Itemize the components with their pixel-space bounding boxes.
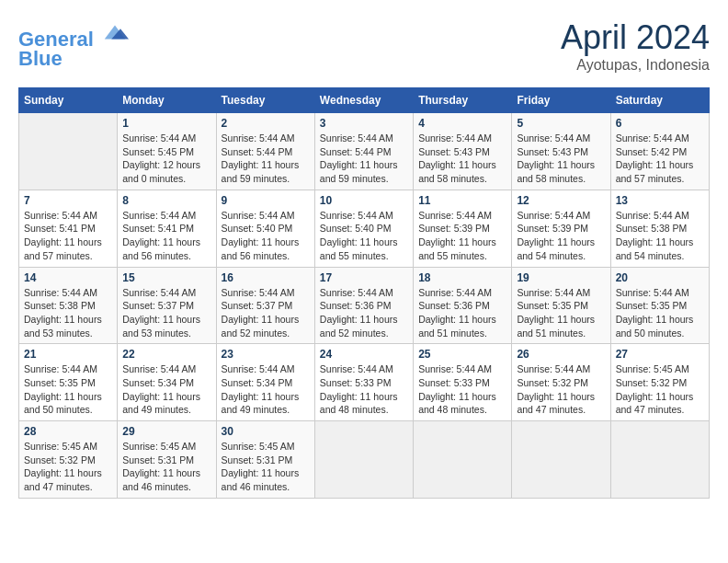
day-info: Sunrise: 5:44 AM Sunset: 5:41 PM Dayligh… (122, 209, 210, 263)
calendar-cell: 24Sunrise: 5:44 AM Sunset: 5:33 PM Dayli… (314, 344, 413, 421)
day-info: Sunrise: 5:44 AM Sunset: 5:44 PM Dayligh… (320, 132, 408, 186)
day-info: Sunrise: 5:44 AM Sunset: 5:41 PM Dayligh… (24, 209, 112, 263)
calendar-cell: 5Sunrise: 5:44 AM Sunset: 5:43 PM Daylig… (512, 113, 610, 190)
calendar-cell (19, 113, 118, 190)
day-info: Sunrise: 5:44 AM Sunset: 5:38 PM Dayligh… (24, 286, 112, 340)
calendar-cell: 20Sunrise: 5:44 AM Sunset: 5:35 PM Dayli… (610, 267, 709, 344)
day-info: Sunrise: 5:45 AM Sunset: 5:32 PM Dayligh… (616, 362, 704, 417)
calendar-cell: 15Sunrise: 5:44 AM Sunset: 5:37 PM Dayli… (118, 267, 216, 344)
day-number: 8 (122, 194, 210, 207)
day-number: 15 (122, 271, 210, 284)
calendar-cell: 4Sunrise: 5:44 AM Sunset: 5:43 PM Daylig… (414, 113, 512, 190)
calendar-cell: 14Sunrise: 5:44 AM Sunset: 5:38 PM Dayli… (19, 267, 118, 344)
day-info: Sunrise: 5:44 AM Sunset: 5:36 PM Dayligh… (418, 286, 506, 340)
calendar-week-row: 21Sunrise: 5:44 AM Sunset: 5:35 PM Dayli… (19, 344, 710, 421)
calendar-cell: 6Sunrise: 5:44 AM Sunset: 5:42 PM Daylig… (610, 113, 709, 190)
day-number: 1 (122, 117, 210, 130)
calendar-week-row: 14Sunrise: 5:44 AM Sunset: 5:38 PM Dayli… (19, 267, 710, 344)
day-number: 11 (418, 194, 506, 207)
day-number: 23 (222, 348, 310, 361)
day-number: 28 (24, 425, 112, 438)
calendar-cell: 21Sunrise: 5:44 AM Sunset: 5:35 PM Dayli… (19, 344, 118, 421)
weekday-header: Tuesday (216, 88, 314, 113)
day-number: 7 (24, 194, 112, 207)
day-number: 24 (320, 348, 408, 361)
day-number: 29 (122, 425, 210, 438)
day-info: Sunrise: 5:44 AM Sunset: 5:42 PM Dayligh… (616, 132, 704, 186)
day-number: 4 (418, 117, 506, 130)
day-info: Sunrise: 5:44 AM Sunset: 5:32 PM Dayligh… (517, 362, 605, 417)
day-number: 20 (616, 271, 704, 284)
day-info: Sunrise: 5:44 AM Sunset: 5:35 PM Dayligh… (517, 286, 605, 340)
calendar-cell: 22Sunrise: 5:44 AM Sunset: 5:34 PM Dayli… (118, 344, 216, 421)
calendar-cell: 23Sunrise: 5:44 AM Sunset: 5:34 PM Dayli… (216, 344, 314, 421)
calendar-cell (512, 421, 610, 499)
weekday-header: Friday (512, 88, 610, 113)
calendar-cell: 13Sunrise: 5:44 AM Sunset: 5:38 PM Dayli… (610, 190, 709, 267)
day-info: Sunrise: 5:45 AM Sunset: 5:31 PM Dayligh… (122, 440, 210, 494)
day-info: Sunrise: 5:44 AM Sunset: 5:45 PM Dayligh… (122, 132, 210, 186)
day-number: 18 (418, 271, 506, 284)
day-info: Sunrise: 5:45 AM Sunset: 5:32 PM Dayligh… (24, 440, 112, 494)
month-title: April 2024 (561, 18, 710, 57)
day-number: 25 (418, 348, 506, 361)
logo-icon (101, 18, 129, 46)
day-info: Sunrise: 5:44 AM Sunset: 5:34 PM Dayligh… (122, 362, 210, 417)
day-info: Sunrise: 5:44 AM Sunset: 5:37 PM Dayligh… (222, 286, 310, 340)
day-number: 13 (616, 194, 704, 207)
calendar-cell: 8Sunrise: 5:44 AM Sunset: 5:41 PM Daylig… (118, 190, 216, 267)
day-number: 30 (222, 425, 310, 438)
day-number: 26 (517, 348, 605, 361)
logo: General Blue (18, 18, 129, 71)
day-info: Sunrise: 5:44 AM Sunset: 5:35 PM Dayligh… (616, 286, 704, 340)
calendar-cell: 25Sunrise: 5:44 AM Sunset: 5:33 PM Dayli… (414, 344, 512, 421)
calendar-cell: 30Sunrise: 5:45 AM Sunset: 5:31 PM Dayli… (216, 421, 314, 499)
day-number: 3 (320, 117, 408, 130)
day-info: Sunrise: 5:44 AM Sunset: 5:35 PM Dayligh… (24, 362, 112, 417)
day-info: Sunrise: 5:44 AM Sunset: 5:44 PM Dayligh… (222, 132, 310, 186)
calendar-cell: 17Sunrise: 5:44 AM Sunset: 5:36 PM Dayli… (314, 267, 413, 344)
calendar-week-row: 1Sunrise: 5:44 AM Sunset: 5:45 PM Daylig… (19, 113, 710, 190)
day-info: Sunrise: 5:44 AM Sunset: 5:43 PM Dayligh… (517, 132, 605, 186)
day-info: Sunrise: 5:44 AM Sunset: 5:39 PM Dayligh… (517, 209, 605, 263)
day-info: Sunrise: 5:44 AM Sunset: 5:39 PM Dayligh… (418, 209, 506, 263)
calendar-cell: 1Sunrise: 5:44 AM Sunset: 5:45 PM Daylig… (118, 113, 216, 190)
day-number: 21 (24, 348, 112, 361)
calendar-cell: 12Sunrise: 5:44 AM Sunset: 5:39 PM Dayli… (512, 190, 610, 267)
day-number: 2 (222, 117, 310, 130)
calendar-cell: 27Sunrise: 5:45 AM Sunset: 5:32 PM Dayli… (610, 344, 709, 421)
weekday-header: Monday (118, 88, 216, 113)
calendar-cell: 19Sunrise: 5:44 AM Sunset: 5:35 PM Dayli… (512, 267, 610, 344)
calendar-cell (610, 421, 709, 499)
day-number: 9 (222, 194, 310, 207)
day-number: 5 (517, 117, 605, 130)
calendar-cell: 3Sunrise: 5:44 AM Sunset: 5:44 PM Daylig… (314, 113, 413, 190)
weekday-header: Thursday (414, 88, 512, 113)
calendar-table: SundayMondayTuesdayWednesdayThursdayFrid… (18, 87, 710, 499)
title-block: April 2024 Ayotupas, Indonesia (561, 18, 710, 74)
calendar-cell: 11Sunrise: 5:44 AM Sunset: 5:39 PM Dayli… (414, 190, 512, 267)
calendar-week-row: 7Sunrise: 5:44 AM Sunset: 5:41 PM Daylig… (19, 190, 710, 267)
day-number: 10 (320, 194, 408, 207)
day-info: Sunrise: 5:44 AM Sunset: 5:43 PM Dayligh… (418, 132, 506, 186)
calendar-cell: 16Sunrise: 5:44 AM Sunset: 5:37 PM Dayli… (216, 267, 314, 344)
calendar-cell: 2Sunrise: 5:44 AM Sunset: 5:44 PM Daylig… (216, 113, 314, 190)
day-number: 17 (320, 271, 408, 284)
calendar-cell: 7Sunrise: 5:44 AM Sunset: 5:41 PM Daylig… (19, 190, 118, 267)
weekday-header: Saturday (610, 88, 709, 113)
day-number: 22 (122, 348, 210, 361)
day-number: 16 (222, 271, 310, 284)
calendar-cell: 29Sunrise: 5:45 AM Sunset: 5:31 PM Dayli… (118, 421, 216, 499)
page-header: General Blue April 2024 Ayotupas, Indone… (18, 18, 710, 74)
day-number: 12 (517, 194, 605, 207)
calendar-cell (414, 421, 512, 499)
day-info: Sunrise: 5:44 AM Sunset: 5:33 PM Dayligh… (320, 362, 408, 417)
calendar-cell: 9Sunrise: 5:44 AM Sunset: 5:40 PM Daylig… (216, 190, 314, 267)
weekday-header: Wednesday (314, 88, 413, 113)
day-info: Sunrise: 5:44 AM Sunset: 5:33 PM Dayligh… (418, 362, 506, 417)
calendar-cell: 18Sunrise: 5:44 AM Sunset: 5:36 PM Dayli… (414, 267, 512, 344)
day-info: Sunrise: 5:44 AM Sunset: 5:36 PM Dayligh… (320, 286, 408, 340)
day-info: Sunrise: 5:45 AM Sunset: 5:31 PM Dayligh… (222, 440, 310, 494)
calendar-cell: 10Sunrise: 5:44 AM Sunset: 5:40 PM Dayli… (314, 190, 413, 267)
calendar-week-row: 28Sunrise: 5:45 AM Sunset: 5:32 PM Dayli… (19, 421, 710, 499)
